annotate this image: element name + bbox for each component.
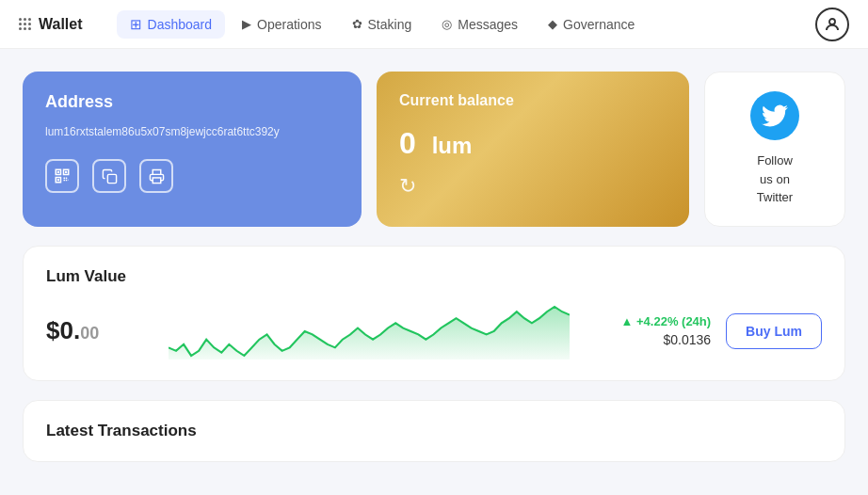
transactions-card: Latest Transactions — [23, 400, 845, 462]
svg-rect-11 — [66, 180, 68, 182]
lum-value-row: $0.00 ▲ +4.22% (24h) $0.0136 — [46, 303, 822, 359]
svg-rect-10 — [64, 180, 66, 182]
address-card: Address lum16rxtstalem86u5x07sm8jewjcc6r… — [23, 72, 362, 227]
svg-rect-13 — [107, 174, 116, 183]
print-button[interactable] — [139, 159, 173, 193]
lum-usd-price: $0.0136 — [664, 332, 712, 347]
svg-rect-4 — [57, 171, 59, 173]
svg-rect-12 — [68, 180, 69, 181]
twitter-logo — [750, 91, 799, 140]
main-content: Address lum16rxtstalem86u5x07sm8jewjcc6r… — [0, 49, 868, 485]
lum-value-title: Lum Value — [46, 267, 822, 286]
svg-point-0 — [829, 19, 835, 24]
svg-rect-6 — [57, 179, 59, 181]
address-card-title: Address — [45, 92, 339, 112]
staking-icon: ✿ — [352, 17, 362, 31]
avatar[interactable] — [815, 8, 849, 41]
buy-lum-button[interactable]: Buy Lum — [726, 313, 822, 349]
nav-label-messages: Messages — [458, 17, 518, 32]
navbar: Wallet ⊞ Dashboard ▶ Operations ✿ Stakin… — [0, 0, 868, 49]
nav-item-governance[interactable]: ◆ Governance — [535, 11, 648, 38]
balance-card: Current balance 0 lum ↻ — [377, 72, 689, 227]
svg-rect-9 — [66, 178, 68, 180]
nav-items: ⊞ Dashboard ▶ Operations ✿ Staking ◎ Mes… — [117, 10, 808, 39]
nav-item-staking[interactable]: ✿ Staking — [339, 11, 426, 38]
nav-label-dashboard: Dashboard — [148, 17, 213, 32]
lum-stats: ▲ +4.22% (24h) $0.0136 — [588, 314, 711, 347]
address-actions — [45, 159, 339, 193]
lum-change: ▲ +4.22% (24h) — [620, 314, 711, 328]
twitter-card[interactable]: Follow us on Twitter — [704, 72, 845, 227]
nav-label-operations: Operations — [257, 17, 321, 32]
copy-button[interactable] — [92, 159, 126, 193]
svg-rect-5 — [65, 171, 67, 173]
lum-value-card: Lum Value $0.00 ▲ +4.22% (24h) — [23, 246, 845, 381]
svg-rect-14 — [153, 177, 161, 183]
messages-icon: ◎ — [442, 17, 452, 31]
nav-item-dashboard[interactable]: ⊞ Dashboard — [117, 10, 226, 39]
nav-label-staking: Staking — [368, 17, 412, 32]
svg-rect-8 — [64, 178, 66, 180]
qr-code-button[interactable] — [45, 159, 79, 193]
logo-dots — [19, 18, 31, 30]
address-value: lum16rxtstalem86u5x07sm8jewjcc6rat6ttc39… — [45, 123, 339, 140]
nav-item-operations[interactable]: ▶ Operations — [229, 11, 334, 38]
cards-row: Address lum16rxtstalem86u5x07sm8jewjcc6r… — [23, 72, 845, 227]
balance-amount: 0 lum — [399, 126, 667, 161]
app-title: Wallet — [39, 16, 83, 33]
twitter-text: Follow us on Twitter — [757, 152, 793, 207]
lum-chart — [169, 303, 570, 359]
governance-icon: ◆ — [548, 17, 557, 31]
dashboard-icon: ⊞ — [130, 16, 142, 33]
operations-icon: ▶ — [242, 17, 251, 31]
transactions-title: Latest Transactions — [46, 422, 822, 440]
nav-item-messages[interactable]: ◎ Messages — [428, 11, 531, 38]
lum-price: $0.00 — [46, 316, 150, 345]
balance-title: Current balance — [399, 92, 667, 109]
nav-label-governance: Governance — [563, 17, 635, 32]
refresh-button[interactable]: ↻ — [399, 174, 667, 199]
